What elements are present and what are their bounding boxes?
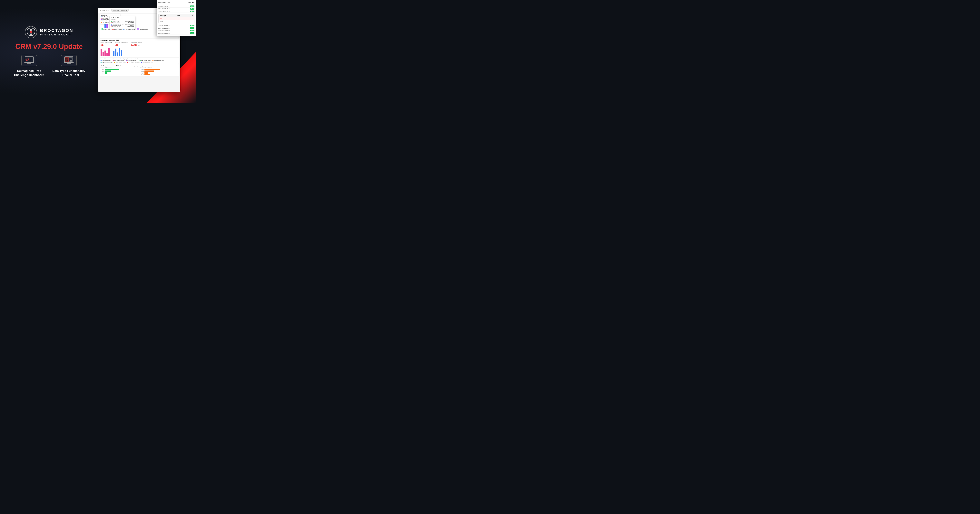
metric-label-unique: Unique Participants ● — [100, 42, 112, 43]
reg-badge-7: Real — [190, 32, 194, 34]
dropdown-option-real[interactable]: Real — [159, 17, 194, 20]
logo-icon — [25, 26, 37, 38]
s-bar-fill-3 — [105, 72, 107, 74]
unsuccessful-title: Unsuccessful Participants — [140, 67, 178, 68]
ubar-1: Step 1 — [140, 69, 178, 70]
features-row: Reimagined Prop Challenge Dashboard REAL — [8, 55, 90, 77]
ps-bars-2 — [113, 48, 122, 56]
metric-value-purchased: 28 — [115, 43, 127, 46]
tooltip-row-2: Broker's Loss: 784.2 USD — [111, 22, 134, 23]
feature-data-type: REAL TEST — [49, 55, 89, 77]
svg-rect-12 — [29, 59, 32, 59]
reg-badge-1: Real — [190, 5, 194, 7]
svg-rect-21 — [66, 60, 67, 61]
legend-item-5: Ultimate Trader Chall... — [153, 60, 165, 61]
ps-bar — [115, 49, 116, 56]
ps-header: Participants Statistics Daily — [100, 40, 178, 41]
tooltip-row-3: Profit Sharing Payout: 1,060.3569 USD — [111, 24, 134, 25]
ps-metric-purchased: Purchased Challenges ● 28 — [115, 42, 127, 46]
dropdown-selected: Real — [177, 15, 180, 16]
s-bar-fill-1 — [105, 69, 119, 70]
legend-item-6: Beginner's Challenge... — [100, 62, 113, 63]
terminated-only-btn[interactable]: ○ Terminated Only — [131, 58, 140, 60]
svg-rect-25 — [70, 60, 70, 62]
legend-participation: Participation fee ● — [137, 29, 148, 30]
ps-bars-1 — [100, 48, 110, 56]
svg-rect-4 — [25, 57, 33, 62]
legend-controls: Legend Filters ● Select All Unselect All… — [100, 58, 178, 60]
ongoing-only-btn[interactable]: ○ Ongoing Only — [122, 58, 130, 60]
svg-rect-26 — [70, 60, 71, 62]
legend-filters-label: Legend Filters ● — [100, 58, 108, 60]
sbar-1: Step 1 — [100, 69, 138, 70]
ubar-2: Step 2 — [140, 70, 178, 72]
tooltip-row-4: Participation Fee: 84 USD — [111, 25, 134, 26]
legend-item-9: Advanced Trader Ch... — [141, 62, 153, 63]
reg-date-6: 2024-08-20 16:35:24 — [158, 30, 170, 31]
ps-metrics-row: Unique Participants ● 25 Purchased Chall… — [100, 42, 178, 46]
data-type-icon-box: REAL TEST — [61, 55, 76, 67]
tv-3: 1,060.3569 USD — [125, 24, 134, 25]
dropdown-header[interactable]: Data Type Real ▲ — [159, 14, 194, 17]
reg-date-5: 2024-08-21 14:56:48 — [158, 27, 170, 29]
cp-subtitle[interactable]: Precision Trading Quest (Abel Litt) ▾ — [124, 65, 144, 67]
version-title: CRM v7.29.0 Update — [15, 42, 83, 51]
successful-title: Successful Participants — [100, 67, 138, 68]
legend-item-4: Apex Trader Conext... — [140, 60, 151, 61]
ps-filter[interactable]: Daily — [116, 40, 119, 41]
ps-metric-unique: Unique Participants ● 25 — [100, 42, 112, 46]
tv-1: 6,545.2471 USD — [125, 21, 134, 22]
reg-date-3: 2024-11-04 21:07:20 — [158, 11, 170, 12]
legend-items-row-2: Beginner's Challenge... Master Trader Ch… — [100, 62, 178, 63]
ps-chart-area — [100, 47, 178, 56]
reg-date-2: 2024-11-04 21:08:18 — [158, 8, 170, 10]
svg-rect-28 — [64, 62, 74, 63]
tv-5: 60,000 USD — [127, 26, 134, 27]
logo-text: BROCTAGON FINTECH GROUP — [40, 28, 73, 36]
financial-tooltip: Pro Trader Odyssey (u5cv6ims) Broker's P… — [109, 16, 135, 29]
svg-text:TEST: TEST — [70, 58, 72, 59]
ps-bar — [113, 51, 115, 56]
challenge-perf: Challenge Performance Statistics Precisi… — [100, 64, 179, 76]
left-panel: BROCTAGON FINTECH GROUP CRM v7.29.0 Upda… — [0, 0, 98, 103]
tv-2: 784.2 USD — [128, 22, 134, 23]
reg-row-7: 2024-06-10 15:11:13 Real — [158, 32, 194, 35]
date-filter[interactable]: 2014/12/01 - 2026/12/30 — [111, 9, 129, 11]
data-type-icon: REAL TEST — [64, 56, 74, 65]
feature-prop-challenge: Reimagined Prop Challenge Dashboard — [10, 55, 49, 77]
participants-stats: Participants Statistics Daily Unique Par… — [100, 38, 179, 57]
legend-item-2: Pro Trader Odyssey... — [113, 60, 125, 61]
select-all-btn[interactable]: Select All — [110, 58, 114, 60]
unsuccessful-bars: Step 1 Step 2 Step 3 — [140, 69, 178, 75]
brand-name: BROCTAGON — [40, 28, 73, 33]
svg-rect-27 — [71, 60, 72, 62]
dropdown-label: Data Type — [160, 15, 166, 16]
tooltip-row-5: Total Funded Amount: 60,000 USD — [111, 26, 134, 27]
svg-rect-29 — [67, 63, 71, 64]
legend-items-row: Elite Trading Arena... Pro Trader Odysse… — [100, 60, 178, 61]
successful-bars: Step 1 Step 2 Step 3 — [100, 69, 138, 74]
svg-rect-15 — [24, 62, 34, 63]
tv-4: 84 USD — [130, 25, 134, 26]
reg-badge-6: Real — [190, 30, 194, 31]
legend-section: Legend Filters ● Select All Unselect All… — [100, 58, 179, 63]
tl-4: Participation Fee: — [111, 25, 121, 26]
metric-funded-value-row: 1,395 USD — [130, 43, 142, 46]
u-bar-fill-2 — [145, 70, 154, 72]
ps-bar — [107, 53, 108, 56]
data-type-dropdown[interactable]: Data Type Real ▲ Real Demo — [158, 14, 194, 23]
legend-item-8: The Trading Conquer... — [127, 62, 140, 63]
svg-rect-13 — [29, 60, 32, 60]
dropdown-option-demo[interactable]: Demo — [159, 20, 194, 23]
funded-currency: USD — [138, 45, 140, 46]
ps-bar — [108, 48, 110, 56]
unselect-all-btn[interactable]: Unselect All — [115, 58, 121, 60]
metric-value-unique: 25 — [100, 43, 112, 46]
content-wrapper: BROCTAGON FINTECH GROUP CRM v7.29.0 Upda… — [0, 0, 196, 103]
cp-title: Challenge Performance Statistics Precisi… — [100, 65, 178, 67]
svg-text:REAL: REAL — [66, 58, 68, 59]
reg-row-4: 2024-08-21 15:35:45 Real — [158, 24, 194, 27]
tl-5: Total Funded Amount: — [111, 26, 124, 27]
s-bar-fill-2 — [105, 70, 111, 72]
breadcrumb: AI Challenges — [100, 10, 108, 11]
